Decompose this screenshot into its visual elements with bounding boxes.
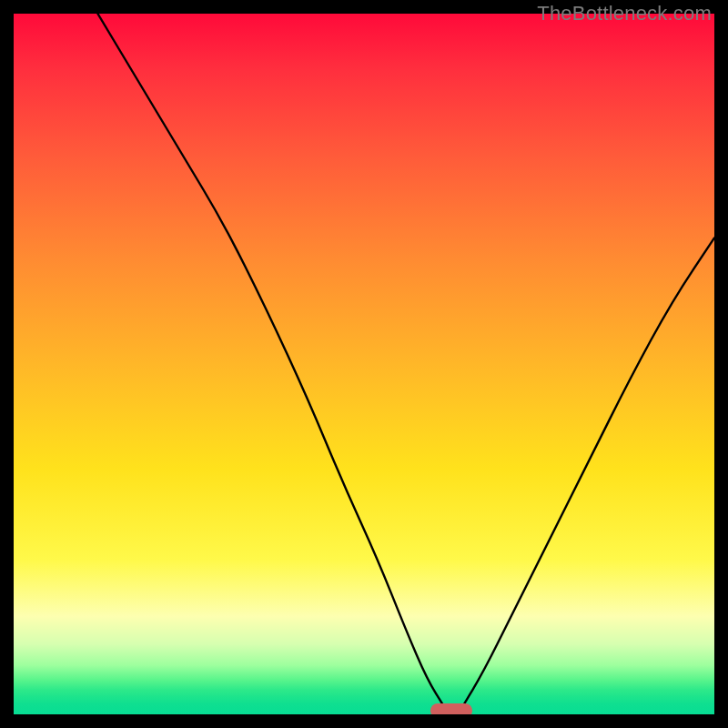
curve-right-branch bbox=[462, 238, 714, 707]
bottleneck-curve bbox=[14, 14, 714, 714]
plot-area bbox=[14, 14, 714, 714]
chart-frame: TheBottleneck.com bbox=[0, 0, 728, 728]
optimal-marker bbox=[430, 703, 472, 714]
curve-left-branch bbox=[97, 14, 444, 707]
watermark-text: TheBottleneck.com bbox=[537, 2, 712, 25]
